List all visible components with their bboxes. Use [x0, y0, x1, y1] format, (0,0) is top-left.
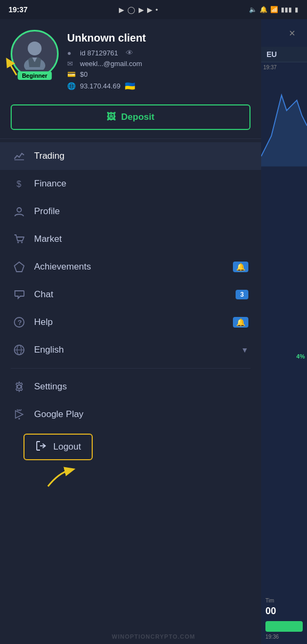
- email-icon: ✉: [67, 60, 76, 68]
- svg-line-19: [20, 410, 21, 411]
- profile-id: id 87129761: [80, 49, 118, 57]
- google-play-label: Google Play: [34, 409, 248, 420]
- mute-icon: 🔈: [249, 6, 257, 13]
- profile-icon: [13, 206, 26, 217]
- profile-section: Beginner Unknown client ● id 87129761 👁 …: [0, 19, 261, 99]
- sidebar-item-google-play[interactable]: Google Play: [0, 401, 261, 428]
- instagram-icon: ◯: [127, 6, 135, 14]
- beginner-badge: Beginner: [18, 71, 52, 80]
- status-bar: 19:37 ▶ ◯ ▶ ▶ • 🔈 🔔 📶 ▮▮▮ ▮: [0, 0, 307, 19]
- action-button[interactable]: [265, 621, 303, 632]
- achievements-badge: 🔔: [233, 262, 248, 272]
- dollar-icon: $: [13, 178, 26, 190]
- watermark: WINOPTIONCRYPTO.COM: [112, 633, 196, 640]
- bell-off-icon: 🔔: [260, 6, 268, 13]
- profile-email-row: ✉ weekl...@gmail.com: [67, 60, 251, 68]
- wallet-icon: 💳: [67, 70, 76, 78]
- flag-ukraine: 🇺🇦: [125, 81, 135, 91]
- logout-section: Logout: [0, 428, 261, 494]
- chart-time-bottom: 19:36: [265, 634, 303, 640]
- bottom-separator: [11, 368, 251, 369]
- eye-icon[interactable]: 👁: [126, 48, 133, 57]
- profile-email: weekl...@gmail.com: [80, 60, 142, 68]
- android-icon: [13, 409, 26, 420]
- svg-point-16: [19, 410, 20, 411]
- deposit-button[interactable]: 🖼 Deposit: [11, 104, 251, 130]
- globe-small-icon: 🌐: [67, 82, 76, 90]
- sidebar-item-chat[interactable]: Chat 3: [0, 281, 261, 308]
- svg-point-0: [28, 42, 42, 55]
- cart-icon: [13, 233, 26, 245]
- signal-icon: ▮▮▮: [281, 6, 292, 13]
- menu-list: Trading $ Finance Prof: [0, 139, 261, 644]
- svg-point-8: [21, 242, 23, 243]
- chart-bottom: Tim 00 19:36: [261, 593, 307, 644]
- profile-ip: 93.170.44.69: [80, 82, 120, 90]
- chart-percent: 4%: [296, 353, 305, 360]
- help-icon: ?: [13, 316, 26, 328]
- dots-icon: •: [156, 6, 158, 14]
- close-button[interactable]: ×: [284, 25, 301, 42]
- settings-label: Settings: [34, 381, 248, 392]
- media-icon: ▶: [147, 6, 152, 14]
- timer-value: 00: [265, 606, 303, 617]
- gear-icon: [13, 381, 26, 393]
- logout-button[interactable]: Logout: [23, 434, 93, 460]
- deposit-section: 🖼 Deposit: [0, 99, 261, 138]
- svg-point-6: [17, 208, 21, 212]
- profile-name: Unknown client: [67, 32, 251, 44]
- chat-badge: 3: [236, 290, 248, 299]
- svg-point-7: [18, 242, 19, 243]
- chart-area: 19:37 4% Tim 00 19:36: [261, 62, 307, 644]
- profile-balance: $0: [80, 70, 87, 78]
- arrow-to-logout: [37, 462, 80, 489]
- deposit-label: Deposit: [121, 112, 154, 123]
- pair-label: EU: [261, 47, 307, 62]
- sidebar-item-achievements[interactable]: Achievements 🔔: [0, 253, 261, 281]
- avatar[interactable]: [11, 30, 59, 78]
- wifi-icon: 📶: [270, 6, 278, 13]
- sidebar-item-finance[interactable]: $ Finance: [0, 170, 261, 198]
- sidebar-item-english[interactable]: English ▼: [0, 336, 261, 364]
- battery-icon: ▮: [295, 6, 298, 13]
- sidebar-item-trading[interactable]: Trading: [0, 142, 261, 170]
- english-label: English: [34, 345, 232, 355]
- svg-point-17: [19, 418, 20, 420]
- diamond-icon: [13, 261, 26, 273]
- help-badge: 🔔: [233, 317, 248, 328]
- english-chevron-icon: ▼: [241, 346, 248, 354]
- avatar-image: [19, 38, 51, 70]
- svg-marker-22: [261, 95, 307, 167]
- chat-label: Chat: [34, 289, 227, 300]
- achievements-label: Achievements: [34, 262, 224, 272]
- svg-point-15: [18, 385, 21, 389]
- finance-label: Finance: [34, 178, 248, 189]
- right-panel-header: ×: [261, 19, 307, 47]
- timer-label: Tim: [265, 598, 303, 604]
- youtube-icon: ▶: [139, 6, 144, 14]
- sidebar-item-help[interactable]: ? Help 🔔: [0, 308, 261, 336]
- svg-text:$: $: [17, 180, 21, 189]
- deposit-icon: 🖼: [107, 112, 116, 123]
- chart-svg: [261, 62, 307, 169]
- help-label: Help: [34, 317, 224, 328]
- trading-label: Trading: [34, 151, 248, 161]
- right-panel: × EU 19:37 4% Tim 00 19:36: [261, 19, 307, 644]
- logout-label: Logout: [53, 442, 81, 452]
- profile-id-row: ● id 87129761 👁: [67, 48, 251, 57]
- logout-icon: [35, 440, 47, 454]
- svg-marker-9: [14, 262, 24, 272]
- status-time: 19:37: [9, 5, 28, 14]
- app-wrapper: Beginner Unknown client ● id 87129761 👁 …: [0, 19, 307, 644]
- profile-label: Profile: [34, 206, 248, 217]
- status-center-icons: ▶ ◯ ▶ ▶ •: [119, 6, 158, 14]
- profile-ip-row: 🌐 93.170.44.69 🇺🇦: [67, 81, 251, 91]
- sidebar-item-market[interactable]: Market: [0, 225, 261, 253]
- svg-text:?: ?: [18, 319, 22, 327]
- sidebar-item-profile[interactable]: Profile: [0, 198, 261, 225]
- avatar-wrapper: Beginner: [11, 30, 59, 78]
- sidebar-item-settings[interactable]: Settings: [0, 373, 261, 401]
- chart-icon: [13, 150, 26, 162]
- user-icon: ●: [67, 49, 76, 57]
- globe-icon: [13, 344, 26, 356]
